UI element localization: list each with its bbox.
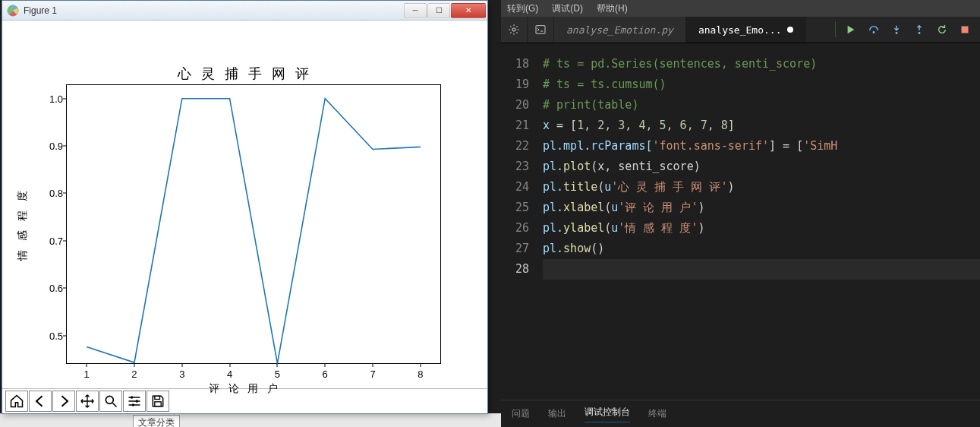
- line-number: 28: [501, 259, 529, 280]
- stop-icon[interactable]: [957, 22, 972, 37]
- figure-title: Figure 1: [24, 5, 403, 16]
- x-tick-mark: [277, 364, 278, 367]
- line-number: 19: [501, 74, 529, 95]
- menu-goto[interactable]: 转到(G): [507, 2, 538, 15]
- desktop-strip: [0, 413, 501, 427]
- line-number: 21: [501, 115, 529, 136]
- step-over-icon[interactable]: [866, 22, 881, 37]
- code-line: # print(table): [543, 95, 980, 115]
- code-line: pl.mpl.rcParams['font.sans-serif'] = ['S…: [543, 136, 980, 157]
- code-content: # ts = pd.Series(sentences, senti_score)…: [543, 43, 980, 400]
- svg-point-11: [919, 32, 921, 34]
- y-tick-label: 0.5: [36, 330, 63, 341]
- svg-rect-6: [155, 402, 161, 406]
- figure-titlebar[interactable]: Figure 1 ─ ☐ ✕: [2, 1, 487, 21]
- figure-window: Figure 1 ─ ☐ ✕ 心 灵 捕 手 网 评 0.50.60.70.80…: [2, 0, 488, 414]
- x-tick-label: 1: [84, 368, 90, 380]
- y-tick-label: 0.8: [36, 188, 63, 199]
- svg-point-2: [131, 396, 133, 398]
- line-number: 18: [501, 54, 529, 74]
- code-line: pl.title(u'心 灵 捕 手 网 评'): [543, 177, 980, 198]
- terminal-icon[interactable]: [528, 17, 554, 43]
- modified-dot-icon: [787, 27, 793, 33]
- svg-point-10: [896, 32, 898, 34]
- svg-rect-5: [155, 396, 160, 399]
- code-line: # ts = pd.Series(sentences, senti_score): [543, 54, 980, 74]
- y-tick-label: 0.6: [36, 283, 63, 294]
- x-tick-mark: [134, 364, 134, 367]
- step-into-icon[interactable]: [889, 22, 904, 37]
- x-tick-label: 3: [179, 368, 184, 380]
- x-tick-mark: [87, 364, 87, 367]
- x-tick-mark: [373, 364, 373, 367]
- restart-icon[interactable]: [934, 22, 950, 37]
- svg-rect-8: [536, 26, 545, 34]
- x-tick-label: 4: [227, 368, 232, 380]
- code-line: pl.plot(x, senti_score): [543, 157, 980, 177]
- tab-label: analyse_Emo...: [698, 24, 782, 36]
- x-tick-mark: [325, 364, 326, 367]
- y-tick-label: 0.9: [36, 141, 63, 152]
- editor-tabbar: analyse_Emotion.py analyse_Emo...: [501, 17, 980, 43]
- x-axis-label: 评 论 用 户: [2, 382, 487, 396]
- editor-pane: 转到(G) 调试(D) 帮助(H) analyse_Emotion.py ana…: [501, 0, 980, 427]
- code-line: pl.xlabel(u'评 论 用 户'): [543, 198, 980, 218]
- bottom-panel: 问题 输出 调试控制台 终端: [501, 400, 980, 427]
- line-number: 22: [501, 136, 529, 157]
- y-tick-label: 0.7: [36, 235, 63, 246]
- settings-icon[interactable]: [501, 17, 528, 43]
- matplotlib-icon: [7, 5, 19, 17]
- svg-rect-12: [962, 27, 969, 33]
- x-tick-label: 8: [418, 368, 423, 380]
- tab-inactive[interactable]: analyse_Emotion.py: [554, 17, 686, 43]
- x-tick-label: 2: [131, 368, 137, 380]
- line-number: 24: [501, 177, 529, 198]
- line-gutter: 1819202122232425262728: [501, 43, 543, 400]
- separator: [835, 22, 836, 37]
- minimize-button[interactable]: ─: [404, 3, 427, 18]
- close-button[interactable]: ✕: [451, 3, 486, 18]
- menu-help[interactable]: 帮助(H): [597, 2, 628, 15]
- y-tick-label: 1.0: [36, 93, 63, 104]
- code-line: pl.ylabel(u'情 感 程 度'): [543, 218, 980, 239]
- bg-chip: 文章分类: [133, 415, 180, 427]
- tab-label: analyse_Emotion.py: [566, 24, 673, 36]
- chart-title: 心 灵 捕 手 网 评: [2, 65, 487, 83]
- x-tick-label: 7: [370, 368, 375, 380]
- code-area[interactable]: 1819202122232425262728 # ts = pd.Series(…: [501, 43, 980, 400]
- step-out-icon[interactable]: [912, 22, 927, 37]
- line-number: 27: [501, 239, 529, 259]
- panel-tab-terminal[interactable]: 终端: [648, 407, 666, 420]
- tab-active[interactable]: analyse_Emo...: [686, 17, 807, 43]
- code-line: x = [1, 2, 3, 4, 5, 6, 7, 8]: [543, 115, 980, 136]
- x-tick-mark: [181, 364, 182, 367]
- x-tick-mark: [229, 364, 230, 367]
- continue-icon[interactable]: [843, 22, 859, 37]
- panel-tab-output[interactable]: 输出: [548, 407, 566, 420]
- menu-debug[interactable]: 调试(D): [552, 2, 583, 15]
- editor-menu: 转到(G) 调试(D) 帮助(H): [501, 0, 980, 17]
- line-number: 26: [501, 218, 529, 239]
- figure-canvas[interactable]: 心 灵 捕 手 网 评 0.50.60.70.80.91.0 12345678 …: [2, 21, 487, 388]
- x-tick-label: 5: [275, 368, 280, 380]
- svg-point-4: [132, 403, 134, 406]
- line-plot: [66, 84, 441, 364]
- y-axis-label: 情 感 程 度: [16, 188, 30, 261]
- svg-point-3: [136, 400, 138, 402]
- panel-tab-problems[interactable]: 问题: [512, 407, 530, 420]
- debug-toolbar: [835, 17, 980, 43]
- x-tick-mark: [420, 364, 421, 367]
- line-number: 20: [501, 95, 529, 115]
- panel-tab-debug-console[interactable]: 调试控制台: [585, 406, 630, 422]
- code-line: [543, 259, 980, 280]
- line-number: 25: [501, 198, 529, 218]
- svg-point-7: [512, 28, 515, 31]
- line-number: 23: [501, 157, 529, 177]
- svg-point-9: [873, 31, 875, 33]
- svg-point-1: [106, 396, 113, 403]
- code-line: pl.show(): [543, 239, 980, 259]
- code-line: # ts = ts.cumsum(): [543, 74, 980, 95]
- maximize-button[interactable]: ☐: [427, 3, 450, 18]
- x-tick-label: 6: [323, 368, 328, 380]
